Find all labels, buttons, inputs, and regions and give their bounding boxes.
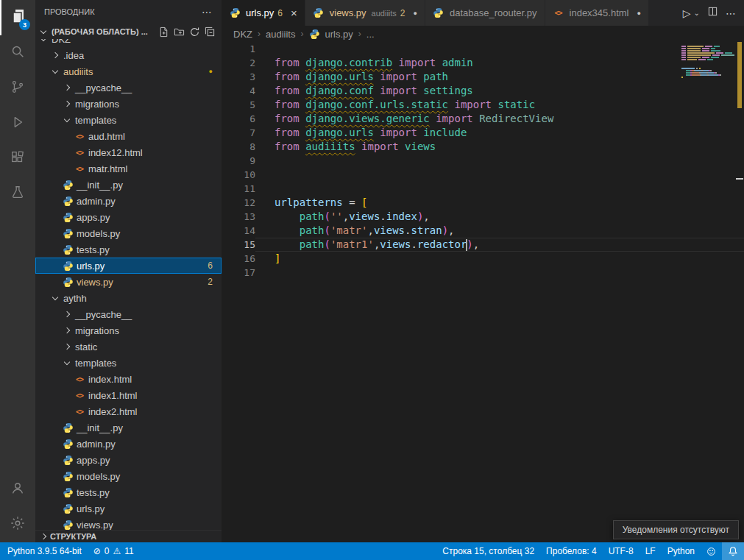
code-line-4[interactable]: 4from django.conf import settings	[222, 84, 744, 98]
tree-item-aythh[interactable]: aythh	[35, 290, 222, 306]
breadcrumb-item-...[interactable]: ...	[366, 29, 375, 40]
tree-item-admin.py[interactable]: admin.py	[35, 193, 222, 209]
new-folder-icon[interactable]	[174, 26, 185, 38]
code-line-14[interactable]: 14 path('matr',views.stran),	[222, 224, 744, 238]
code-line-7[interactable]: 7from django.urls import include	[222, 126, 744, 140]
tree-item-migrations[interactable]: migrations	[35, 322, 222, 339]
code-line-11[interactable]: 11	[222, 182, 744, 196]
code-line-1[interactable]: 1	[222, 42, 744, 56]
chevron-down-icon	[64, 358, 70, 364]
activity-item-source-control[interactable]	[0, 71, 35, 106]
status-notifications[interactable]	[722, 542, 744, 560]
tree-item-tests.py[interactable]: tests.py	[35, 241, 222, 258]
tree-item-static[interactable]: static	[35, 339, 222, 355]
code-line-12[interactable]: 12urlpatterns = [	[222, 196, 744, 210]
tree-item-models.py[interactable]: models.py	[35, 468, 222, 484]
tree-item-templates[interactable]: templates	[35, 355, 222, 371]
workspace-section-header[interactable]: (РАБОЧАЯ ОБЛАСТЬ) ...	[35, 24, 222, 40]
tree-item-audiiits[interactable]: audiiits●	[35, 63, 222, 79]
python-file-icon	[62, 454, 74, 466]
tree-item-tests.py[interactable]: tests.py	[35, 484, 222, 500]
tree-item-label: tests.py	[77, 487, 110, 498]
tab-urls.py[interactable]: urls.py6×	[222, 0, 305, 26]
code-line-9[interactable]: 9	[222, 154, 744, 168]
notifications-bell-icon[interactable]	[728, 546, 738, 556]
tree-item-migrations[interactable]: migrations	[35, 96, 222, 112]
line-number: 10	[222, 168, 255, 182]
code-line-5[interactable]: 5from django.conf.urls.static import sta…	[222, 98, 744, 112]
code-line-10[interactable]: 10	[222, 168, 744, 182]
breadcrumb-item-audiiits[interactable]: audiiits	[266, 29, 295, 40]
code-line-16[interactable]: 16]	[222, 252, 744, 266]
activity-item-run-debug[interactable]	[0, 106, 35, 141]
more-actions-icon[interactable]: ⋯	[726, 7, 737, 19]
tree-item-urls.py[interactable]: urls.py	[35, 500, 222, 517]
status-eol[interactable]: LF	[640, 542, 662, 560]
code-line-13[interactable]: 13 path('',views.index),	[222, 210, 744, 224]
status-python-version[interactable]: Python 3.9.5 64-bit	[0, 542, 88, 560]
notification-text: Уведомления отсутствуют	[623, 525, 729, 535]
tree-item-__init__.py[interactable]: __init__.py	[35, 419, 222, 436]
breadcrumb-item-DKZ[interactable]: DKZ	[233, 29, 252, 40]
run-python-file-icon[interactable]: ▷	[683, 7, 691, 19]
tab-index345.html[interactable]: <>index345.html●	[545, 0, 649, 26]
code-line-17[interactable]: 17	[222, 266, 744, 280]
activity-item-extensions[interactable]	[0, 141, 35, 177]
split-editor-icon[interactable]	[707, 6, 718, 20]
status-language-mode[interactable]: Python	[662, 542, 701, 560]
tree-item-index1.html[interactable]: <>index1.html	[35, 387, 222, 403]
tree-item-views.py[interactable]: views.py2	[35, 274, 222, 290]
status-problems[interactable]: ⊘0⚠11	[88, 542, 140, 560]
tree-item-.idea[interactable]: .idea	[35, 47, 222, 63]
minimap[interactable]	[681, 43, 734, 81]
dirty-dot-icon[interactable]: ●	[414, 10, 417, 17]
run-dropdown-chevron-icon[interactable]: ⌄	[694, 9, 700, 17]
activity-item-search[interactable]	[0, 35, 35, 71]
tree-item-aud.html[interactable]: <>aud.html	[35, 128, 222, 144]
settings-icon	[10, 515, 26, 534]
tree-item-index2.html[interactable]: <>index2.html	[35, 403, 222, 419]
tree-item-urls.py[interactable]: urls.py6	[35, 258, 222, 274]
new-file-icon[interactable]	[158, 26, 169, 38]
collapse-all-icon[interactable]	[205, 26, 216, 38]
more-actions-icon[interactable]: ⋯	[202, 6, 213, 18]
code-line-3[interactable]: 3from django.urls import path	[222, 70, 744, 84]
tab-views.py[interactable]: views.pyaudiiits2●	[305, 0, 425, 26]
tab-database_roouter.py[interactable]: database_roouter.py	[425, 0, 545, 26]
status-encoding[interactable]: UTF-8	[603, 542, 640, 560]
dirty-dot-icon[interactable]: ●	[637, 10, 640, 17]
tree-item-DKZ[interactable]: DKZ	[35, 39, 222, 47]
breadcrumb-item-urls.py[interactable]: urls.py	[308, 28, 352, 40]
activity-item-accounts[interactable]	[0, 472, 35, 507]
close-icon[interactable]: ×	[291, 7, 297, 19]
tree-item-templates[interactable]: templates	[35, 112, 222, 128]
tree-item-__init__.py[interactable]: __init__.py	[35, 177, 222, 193]
code-line-15[interactable]: 15 path('matr1',views.redactor),	[222, 238, 744, 252]
outline-section-header[interactable]: СТРУКТУРА	[35, 530, 222, 542]
code-line-2[interactable]: 2from django.contrib import admin	[222, 56, 744, 70]
tree-item-apps.py[interactable]: apps.py	[35, 209, 222, 225]
tree-item-apps.py[interactable]: apps.py	[35, 452, 222, 468]
activity-item-explorer[interactable]: 3	[0, 0, 35, 35]
code-editor[interactable]: 12from django.contrib import admin3from …	[222, 42, 744, 542]
code-line-8[interactable]: 8from audiiits import views	[222, 140, 744, 154]
tree-item-matr.html[interactable]: <>matr.html	[35, 160, 222, 177]
tree-item-index.html[interactable]: <>index.html	[35, 371, 222, 387]
python-file-icon	[433, 7, 444, 19]
tree-item-__pycache__[interactable]: __pycache__	[35, 306, 222, 322]
tree-item-index12.html[interactable]: <>index12.html	[35, 144, 222, 160]
tree-item-models.py[interactable]: models.py	[35, 225, 222, 241]
activity-item-testing[interactable]	[0, 177, 35, 212]
status-cursor-position[interactable]: Строка 15, столбец 32	[436, 542, 540, 560]
status-indentation[interactable]: Пробелов: 4	[540, 542, 603, 560]
status-feedback[interactable]	[701, 542, 722, 560]
tab-label: urls.py	[246, 7, 274, 18]
tree-item-admin.py[interactable]: admin.py	[35, 436, 222, 452]
activity-item-settings[interactable]	[0, 507, 35, 542]
code-line-6[interactable]: 6from django.views.generic import Redire…	[222, 112, 744, 126]
line-number: 8	[222, 140, 255, 154]
tree-item-__pycache__[interactable]: __pycache__	[35, 79, 222, 96]
refresh-icon[interactable]	[189, 26, 200, 38]
feedback-smiley-icon[interactable]	[706, 547, 716, 556]
tree-item-views.py[interactable]: views.py	[35, 517, 222, 531]
